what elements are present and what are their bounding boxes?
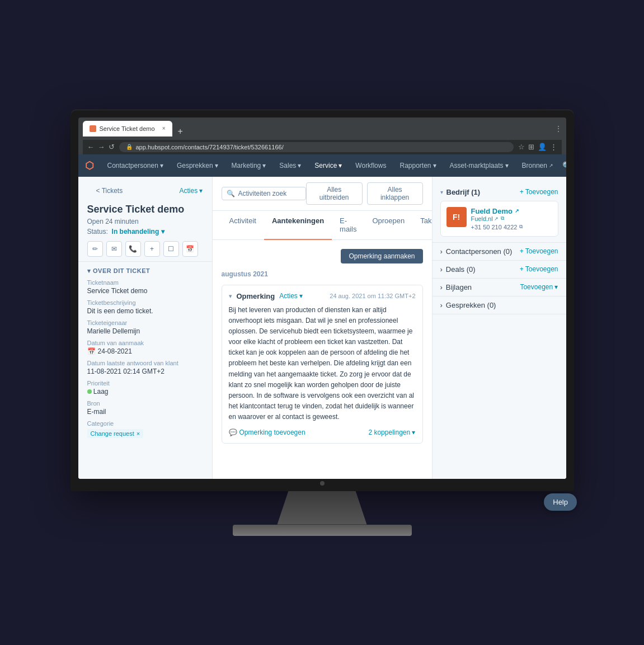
tab-taken[interactable]: Taken bbox=[412, 211, 431, 240]
nav-rapporten[interactable]: Rapporten ▾ bbox=[395, 159, 440, 172]
nav-gesprekken[interactable]: Gesprekken ▾ bbox=[172, 159, 223, 172]
company-section-title: Bedrijf (1) bbox=[446, 188, 516, 196]
deals-section[interactable]: › Deals (0) + Toevoegen bbox=[433, 261, 566, 279]
bijlagen-section[interactable]: › Bijlagen Toevoegen ▾ bbox=[433, 279, 566, 296]
browser-profile-icon[interactable]: 👤 bbox=[538, 143, 547, 151]
company-add-button[interactable]: + Toevoegen bbox=[520, 188, 558, 196]
nav-workflows[interactable]: Workflows bbox=[351, 159, 391, 172]
search-icon: 🔍 bbox=[227, 190, 235, 197]
ticket-title: Service Ticket demo bbox=[78, 201, 212, 216]
forward-button[interactable]: → bbox=[98, 143, 105, 151]
website-copy-icon[interactable]: ⧉ bbox=[501, 215, 504, 222]
tab-emails[interactable]: E-mails bbox=[332, 211, 364, 240]
nav-bronnen[interactable]: Bronnen ↗ bbox=[518, 159, 558, 172]
browser-extensions-icon[interactable]: ⊞ bbox=[528, 143, 534, 151]
company-section-header: ▾ Bedrijf (1) + Toevoegen bbox=[440, 188, 558, 196]
contactpersonen-add[interactable]: + Toevoegen bbox=[520, 247, 558, 255]
tab-activiteit[interactable]: Activiteit bbox=[222, 211, 264, 240]
tab-aantekeningen[interactable]: Aantekeningen bbox=[264, 211, 332, 240]
ticket-open-time: Open 24 minuten bbox=[78, 216, 212, 227]
ticket-status-badge[interactable]: In behandeling ▾ bbox=[110, 228, 164, 236]
comment-icon: 💬 bbox=[229, 429, 237, 436]
nav-marketing[interactable]: Marketing ▾ bbox=[227, 159, 271, 172]
browser-more-icon[interactable]: ⋮ bbox=[550, 143, 557, 151]
tab-label: Service Ticket demo bbox=[100, 125, 155, 132]
company-expand-icon[interactable]: ▾ bbox=[440, 189, 443, 195]
note-footer: 💬 Opmerking toevoegen 2 koppelingen ▾ bbox=[229, 429, 416, 436]
right-panel: ▾ Bedrijf (1) + Toevoegen F! F bbox=[432, 177, 566, 479]
website-external-icon: ↗ bbox=[494, 216, 499, 222]
nav-contactpersonen-chevron: ▾ bbox=[160, 162, 163, 170]
field-eigenaar: Ticketeigenaar Marielle Dellemijn bbox=[87, 319, 203, 335]
add-comment-button[interactable]: 💬 Opmerking toevoegen bbox=[229, 429, 305, 436]
nav-marketing-chevron: ▾ bbox=[262, 162, 266, 170]
tab-oproepen[interactable]: Oproepen bbox=[364, 211, 412, 240]
note-links-button[interactable]: 2 koppelingen ▾ bbox=[368, 429, 415, 436]
bijlagen-title: › Bijlagen bbox=[440, 283, 472, 291]
nav-contactpersonen[interactable]: Contactpersonen ▾ bbox=[103, 159, 168, 172]
note-body: Bij het leveren van producten of dienste… bbox=[229, 305, 416, 423]
company-external-icon: ↗ bbox=[515, 208, 519, 214]
search-icon[interactable]: 🔍 bbox=[562, 161, 566, 170]
note-type-label: Opmerking bbox=[237, 292, 275, 300]
field-datum-aanmaak: Datum van aanmaak 📅 24-08-2021 bbox=[87, 340, 203, 355]
calendar-icon: 📅 bbox=[87, 347, 96, 355]
email-icon[interactable]: ✉ bbox=[106, 241, 122, 257]
actions-button[interactable]: Acties ▾ bbox=[179, 187, 203, 195]
field-ticketbeschrijving: Ticketbeschrijving Dit is een demo ticke… bbox=[87, 299, 203, 315]
gesprekken-section[interactable]: › Gesprekken (0) bbox=[433, 296, 566, 314]
phone-copy-icon[interactable]: ⧉ bbox=[519, 224, 523, 230]
activity-search[interactable]: 🔍 Activiteiten zoek bbox=[222, 187, 306, 200]
category-tag[interactable]: Change request × bbox=[87, 429, 144, 438]
gesprekken-chevron: › bbox=[440, 301, 443, 309]
nav-rapporten-chevron: ▾ bbox=[433, 162, 436, 170]
content-toolbar: 🔍 Activiteiten zoek Alles uitbreiden All… bbox=[213, 177, 432, 211]
monitor-base bbox=[233, 525, 412, 536]
expand-all-button[interactable]: Alles uitbreiden bbox=[306, 182, 363, 205]
hubspot-logo[interactable]: ⬡ bbox=[85, 159, 94, 172]
meeting-icon[interactable]: 📅 bbox=[182, 241, 198, 257]
browser-bookmark-icon[interactable]: ☆ bbox=[518, 143, 525, 151]
ticket-status-row: Status: In behandeling ▾ bbox=[78, 227, 212, 237]
company-phone: +31 50 210 4222 ⧉ bbox=[471, 224, 552, 230]
company-website[interactable]: Fueld.nl ↗ ⧉ bbox=[471, 215, 552, 222]
task-icon[interactable]: ☐ bbox=[163, 241, 179, 257]
browser-menu-icon[interactable]: ⋮ bbox=[555, 125, 562, 133]
add-icon[interactable]: + bbox=[144, 241, 160, 257]
url-text: app.hubspot.com/contacts/7214937/ticket/… bbox=[136, 144, 284, 150]
browser-tab-active[interactable]: Service Ticket demo × bbox=[83, 121, 172, 136]
company-name[interactable]: Fueld Demo ↗ bbox=[471, 207, 552, 215]
monitor-stand bbox=[266, 491, 378, 525]
back-to-tickets[interactable]: < Tickets bbox=[87, 185, 132, 197]
create-note-button[interactable]: Opmerking aanmaken bbox=[341, 249, 422, 263]
deals-add[interactable]: + Toevoegen bbox=[520, 265, 558, 273]
field-datum-antwoord: Datum laatste antwoord van klant 11-08-2… bbox=[87, 360, 203, 375]
nav-sales[interactable]: Sales ▾ bbox=[275, 159, 305, 172]
contactpersonen-title: › Contactpersonen (0) bbox=[440, 247, 513, 256]
refresh-button[interactable]: ↺ bbox=[109, 143, 115, 151]
field-ticketnaam: Ticketnaam Service Ticket demo bbox=[87, 279, 203, 295]
main-content: 🔍 Activiteiten zoek Alles uitbreiden All… bbox=[213, 177, 432, 479]
power-button[interactable] bbox=[320, 481, 325, 486]
nav-asset-marktplaats[interactable]: Asset-marktplaats ▾ bbox=[445, 159, 513, 172]
tag-remove-icon[interactable]: × bbox=[137, 430, 140, 437]
new-tab-button[interactable]: + bbox=[173, 126, 187, 136]
note-actions-button[interactable]: Acties ▾ bbox=[279, 292, 303, 300]
section-toggle[interactable]: ▾ Over dit ticket bbox=[87, 267, 203, 275]
nav-service-chevron: ▾ bbox=[339, 162, 342, 170]
edit-icon[interactable]: ✏ bbox=[87, 241, 103, 257]
content-tabs: Activiteit Aantekeningen E-mails Oproepe… bbox=[213, 211, 432, 240]
phone-icon[interactable]: 📞 bbox=[125, 241, 141, 257]
tab-close-button[interactable]: × bbox=[162, 125, 166, 131]
collapse-all-button[interactable]: Alles inklappen bbox=[367, 182, 423, 205]
bijlagen-add[interactable]: Toevoegen ▾ bbox=[520, 283, 558, 291]
nav-service[interactable]: Service ▾ bbox=[310, 159, 346, 172]
note-collapse-button[interactable]: ▾ bbox=[229, 293, 232, 300]
field-prioriteit: Prioriteit Laag bbox=[87, 380, 203, 396]
note-timestamp: 24 aug. 2021 om 11:32 GMT+2 bbox=[330, 293, 415, 299]
contactpersonen-section[interactable]: › Contactpersonen (0) + Toevoegen bbox=[433, 243, 566, 261]
company-section: ▾ Bedrijf (1) + Toevoegen F! F bbox=[433, 182, 566, 243]
address-bar[interactable]: 🔒 app.hubspot.com/contacts/7214937/ticke… bbox=[119, 142, 514, 152]
deals-chevron: › bbox=[440, 265, 443, 274]
back-button[interactable]: ← bbox=[87, 143, 95, 151]
